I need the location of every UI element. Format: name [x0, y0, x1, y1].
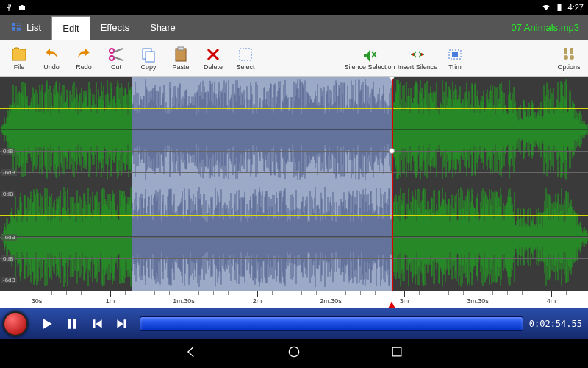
- play-button[interactable]: [35, 312, 59, 336]
- undo-button[interactable]: Undo: [35, 40, 68, 76]
- play-icon: [40, 316, 54, 331]
- tab-list[interactable]: List: [0, 15, 51, 40]
- delete-icon: [204, 46, 222, 63]
- svg-rect-7: [178, 47, 184, 50]
- select-icon: [237, 46, 254, 63]
- cut-button[interactable]: Cut: [100, 40, 132, 76]
- ruler-tick-label: 2m:30s: [320, 297, 342, 305]
- db-label: 0dB: [1, 148, 15, 155]
- grid-line: [0, 151, 588, 152]
- select-button[interactable]: Select: [229, 40, 262, 76]
- home-button[interactable]: [287, 344, 301, 362]
- toolbar-label: Select: [236, 63, 254, 71]
- insert-silence-button[interactable]: Insert Silence: [396, 40, 439, 76]
- tab-label: Effects: [101, 22, 130, 33]
- trim-button[interactable]: Trim: [439, 40, 471, 76]
- file-button[interactable]: File: [3, 40, 35, 76]
- play-controls: [35, 312, 134, 336]
- psi-icon: [4, 3, 13, 12]
- toolbar-label: Cut: [111, 63, 121, 71]
- db-label: 0dB: [1, 255, 15, 262]
- svg-rect-6: [176, 49, 186, 61]
- recents-icon: [390, 344, 404, 359]
- toolbar-label: Trim: [448, 63, 462, 71]
- pause-icon: [65, 316, 79, 331]
- db-label: -6dB: [1, 234, 17, 241]
- redo-icon: [75, 46, 93, 63]
- pause-button[interactable]: [60, 312, 84, 336]
- toolbar-label: Copy: [140, 63, 156, 71]
- silence-selection-button[interactable]: Silence Selection: [343, 40, 396, 76]
- tab-row: List Edit Effects Share 07 Animals.mp3: [0, 15, 588, 40]
- grid-line: [0, 258, 588, 259]
- back-button[interactable]: [184, 344, 198, 362]
- svg-point-19: [289, 347, 298, 356]
- toolbar-label: Insert Silence: [398, 63, 438, 71]
- tab-edit[interactable]: Edit: [51, 16, 90, 40]
- battery-icon: [555, 3, 564, 12]
- android-status-bar: 4:27: [0, 0, 588, 15]
- transport-bar: 0:02:54.55: [0, 308, 588, 339]
- skip-next-icon: [115, 316, 129, 331]
- ruler-tick-label: 1m: [106, 297, 115, 305]
- scissors-icon: [107, 46, 125, 63]
- skip-start-button[interactable]: [85, 312, 109, 336]
- toolbar-label: Redo: [76, 63, 92, 71]
- progress-bar[interactable]: [140, 316, 523, 331]
- tab-share[interactable]: Share: [140, 15, 186, 40]
- db-label: 0dB: [1, 191, 15, 197]
- copy-button[interactable]: Copy: [132, 40, 165, 76]
- svg-rect-5: [146, 52, 154, 62]
- tab-label: Share: [150, 22, 176, 33]
- home-icon: [287, 344, 301, 359]
- redo-button[interactable]: Redo: [68, 40, 100, 76]
- svg-rect-13: [564, 48, 567, 54]
- skip-previous-icon: [90, 316, 104, 331]
- svg-point-16: [570, 55, 574, 60]
- recents-button[interactable]: [390, 344, 404, 362]
- record-button[interactable]: [3, 311, 28, 336]
- toolbar-label: Silence Selection: [344, 63, 395, 71]
- clock-text: 4:27: [568, 3, 584, 12]
- tab-effects[interactable]: Effects: [90, 15, 140, 40]
- svg-rect-8: [240, 49, 251, 60]
- paste-button[interactable]: Paste: [165, 40, 197, 76]
- grid-line: [0, 194, 588, 194]
- ruler-tick-label: 30s: [32, 297, 43, 305]
- android-nav-bar: [0, 339, 588, 368]
- ruler-tick-label: 2m: [253, 297, 262, 305]
- svg-rect-1: [12, 27, 15, 31]
- undo-icon: [43, 46, 60, 63]
- paste-icon: [172, 46, 190, 63]
- ruler-tick-label: 3m: [400, 297, 409, 305]
- selection-marker-end-mid[interactable]: [389, 148, 395, 154]
- options-button[interactable]: Options: [553, 40, 585, 76]
- ruler-playhead-marker[interactable]: [388, 302, 395, 308]
- toolbar-label: File: [14, 63, 25, 71]
- grid-line: [0, 172, 588, 173]
- waveform-area[interactable]: 0dB -6dB 0dB -6dB 0dB -6dB: [0, 77, 588, 291]
- file-icon: [10, 46, 28, 63]
- db-label: -6dB: [1, 169, 17, 176]
- playhead[interactable]: [392, 77, 393, 291]
- delete-button[interactable]: Delete: [197, 40, 229, 76]
- svg-rect-14: [570, 48, 573, 54]
- ruler-tick-label: 1m:30s: [173, 297, 195, 305]
- wifi-icon: [542, 3, 551, 12]
- current-filename: 07 Animals.mp3: [503, 15, 589, 40]
- ruler-tick-label: 4m: [547, 297, 556, 305]
- tab-label: Edit: [62, 23, 79, 34]
- tab-label: List: [26, 22, 41, 33]
- skip-end-button[interactable]: [110, 312, 134, 336]
- toolbar: File Undo Redo Cut Copy Paste Delete Sel…: [0, 40, 588, 77]
- grid-line: [0, 130, 588, 130]
- time-ruler[interactable]: 30s1m1m:30s2m2m:30s3m3m:30s4m: [0, 291, 588, 308]
- svg-rect-20: [392, 347, 401, 356]
- silence-selection-icon: [361, 46, 379, 63]
- trim-icon: [446, 46, 464, 63]
- amplitude-guide-line: [0, 215, 588, 216]
- toolbar-label: Undo: [43, 63, 60, 71]
- selection-marker-end-top[interactable]: [388, 77, 395, 81]
- svg-point-15: [564, 55, 568, 60]
- briefcase-icon: [18, 3, 26, 12]
